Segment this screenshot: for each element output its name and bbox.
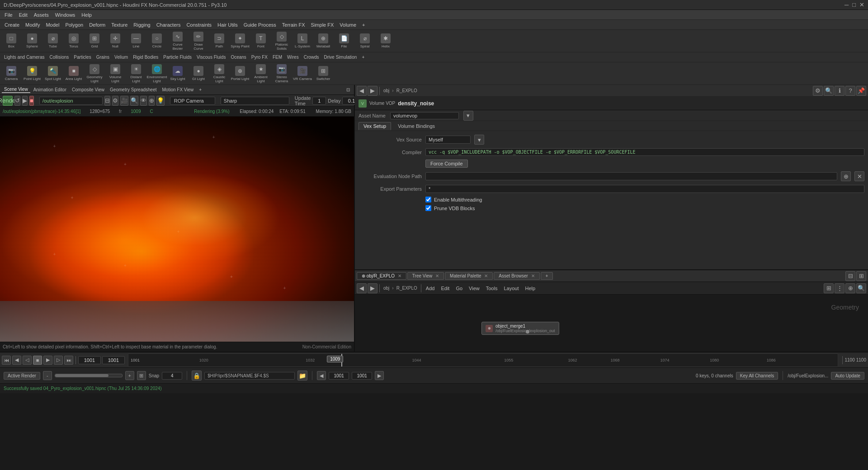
render-settings-btn[interactable]: ⚙ [112, 96, 118, 106]
prunevdb-checkbox[interactable] [425, 205, 431, 211]
render-zoom-btn[interactable]: ⊕ [149, 96, 155, 106]
frame-end-input[interactable] [78, 356, 101, 364]
tb-create[interactable]: Create [2, 22, 22, 28]
tool-pointlight[interactable]: 💡 Point Light [23, 64, 42, 84]
bc-minus-btn[interactable]: - [43, 371, 52, 380]
params-forward-btn[interactable]: ▶ [368, 86, 377, 96]
lt-more[interactable]: + [359, 54, 367, 60]
tool-sphere[interactable]: ● Sphere [23, 31, 42, 51]
stop-btn[interactable]: ■ [33, 356, 42, 365]
bc-key-btn[interactable]: ◀ [317, 371, 326, 380]
tab-more-views[interactable]: + [197, 87, 204, 93]
lt-fem[interactable]: FEM [270, 54, 284, 60]
ng-tab-close-0[interactable]: ✕ [398, 273, 401, 278]
tool-ambientlight[interactable]: ★ Ambient Light [251, 64, 270, 84]
params-help-btn[interactable]: ? [845, 86, 855, 96]
ng-tab-close-3[interactable]: ✕ [531, 273, 535, 278]
render-path-btn[interactable]: ⊟ [104, 96, 110, 106]
force-compile-btn[interactable]: Force Compile [425, 160, 468, 168]
tool-spotlight[interactable]: 🔦 Spot Light [43, 64, 62, 84]
tb-constraints[interactable]: Constraints [184, 22, 214, 28]
tool-causticlight[interactable]: ◈ Caustic Light [210, 64, 229, 84]
tab-geometry-spreadsheet[interactable]: Geometry Spreadsheet [108, 87, 159, 93]
render-btn[interactable]: Render [3, 96, 13, 106]
tool-line[interactable]: — Line [127, 31, 146, 51]
tb-hairutils[interactable]: Hair Utils [215, 22, 241, 28]
tool-platonic[interactable]: ◇ Platonic Solids [272, 31, 291, 51]
menu-assets[interactable]: Assets [31, 12, 52, 18]
tool-distantlight[interactable]: ☀ Distant Light [127, 64, 146, 84]
tool-drawcurve[interactable]: ✏ Draw Curve [189, 31, 208, 51]
render-view-btn[interactable]: 🔍 [130, 96, 138, 106]
ng-menu-help[interactable]: Help [522, 285, 538, 291]
tool-volumelight[interactable]: ▣ Volume Light [106, 64, 125, 84]
next-keyframe-btn[interactable]: ⏭ [64, 356, 73, 365]
eval-node-input[interactable] [425, 172, 837, 180]
tool-spraypaint[interactable]: ✦ Spray Paint [231, 31, 250, 51]
params-pin-btn[interactable]: 📌 [856, 86, 866, 96]
tool-circle[interactable]: ○ Circle [147, 31, 166, 51]
menu-file[interactable]: File [2, 12, 15, 18]
tb-simplefx[interactable]: Simple FX [308, 22, 337, 28]
tool-path[interactable]: ⊃ Path [210, 31, 229, 51]
ng-grid-btn[interactable]: ⋮ [835, 283, 844, 293]
tab-composite[interactable]: Composite View [70, 87, 107, 93]
tool-curvebezier[interactable]: ∿ Curve Bezier [168, 31, 187, 51]
render-stop-btn[interactable]: ■ [29, 96, 34, 106]
ng-menu-add[interactable]: Add [423, 285, 438, 291]
vex-source-input[interactable] [425, 136, 471, 144]
tool-null[interactable]: ✛ Null [106, 31, 125, 51]
window-controls[interactable]: ─ □ ✕ [844, 1, 864, 8]
ng-menu-view[interactable]: View [466, 285, 482, 291]
tool-file[interactable]: 📄 File [335, 31, 354, 51]
tb-volume[interactable]: Volume [337, 22, 359, 28]
lt-wires[interactable]: Wires [285, 54, 301, 60]
ng-breadcrumb-rexplo[interactable]: R_EXPLO [395, 286, 419, 291]
view-toggle[interactable]: ⊡ [344, 87, 352, 93]
tool-switcher[interactable]: ⊞ Switcher [314, 64, 333, 84]
play-back-btn[interactable]: ◁ [23, 356, 32, 365]
lt-grains[interactable]: Grains [94, 54, 112, 60]
frame-start-input[interactable] [102, 356, 125, 364]
tool-helix[interactable]: ✱ Helix [376, 31, 395, 51]
lt-lights-cameras[interactable]: Lights and Cameras [2, 54, 47, 60]
menu-edit[interactable]: Edit [16, 12, 30, 18]
tool-geometrylight[interactable]: ◇ Geometry Light [85, 64, 104, 84]
bc-snap-icon-btn[interactable]: ⊞ [137, 371, 146, 380]
update-time-input[interactable] [312, 97, 326, 105]
bc-frame-start[interactable] [329, 372, 349, 380]
ng-menu-edit[interactable]: Edit [438, 285, 452, 291]
lt-rigidbodies[interactable]: Rigid Bodies [131, 54, 160, 60]
render-light-btn[interactable]: 💡 [156, 96, 165, 106]
close-btn[interactable]: ✕ [859, 1, 864, 8]
tb-characters[interactable]: Characters [154, 22, 184, 28]
maximize-btn[interactable]: □ [852, 1, 856, 8]
lt-pyrofx[interactable]: Pyro FX [249, 54, 270, 60]
snap-value-input[interactable] [162, 372, 182, 380]
ng-tab-objrexplo[interactable]: ⊕ obj/R_EXPLO ✕ [357, 272, 406, 280]
params-breadcrumb-node[interactable]: R_EXPLO [395, 88, 419, 93]
asset-name-input[interactable] [390, 112, 459, 119]
ng-menu-tools[interactable]: Tools [483, 285, 500, 291]
minimize-btn[interactable]: ─ [844, 1, 849, 8]
tb-rigging[interactable]: Rigging [131, 22, 153, 28]
ng-tab-matpalette[interactable]: Material Palette ✕ [445, 272, 493, 280]
lt-crowds[interactable]: Crowds [302, 54, 321, 60]
tool-spiral[interactable]: ⌀ Spiral [355, 31, 374, 51]
tab-sceneview[interactable]: Scene View [2, 86, 30, 93]
tool-skylight[interactable]: ☁ Sky Light [168, 64, 187, 84]
lt-viscousfluids[interactable]: Viscous Fluids [194, 54, 228, 60]
timeline-ruler[interactable]: 1001 1020 1032 1044 1055 1062 1068 1074 … [128, 353, 838, 367]
tab-animation[interactable]: Animation Editor [31, 87, 69, 93]
tb-terrainfx[interactable]: Terrain FX [279, 22, 308, 28]
tool-tube[interactable]: ⌀ Tube [43, 31, 62, 51]
ng-frame-btn[interactable]: ⊕ [845, 283, 855, 293]
ship-path-input[interactable] [204, 372, 295, 380]
params-tab-volumebindings[interactable]: Volume Bindings [393, 122, 440, 130]
multithread-checkbox[interactable] [425, 197, 431, 202]
ng-tab-assetbrowser[interactable]: Asset Browser ✕ [494, 272, 539, 280]
lt-particles[interactable]: Particles [71, 54, 93, 60]
render-eye-btn[interactable]: 👁 [140, 96, 147, 106]
ng-tab-add[interactable]: + [541, 272, 553, 280]
tb-model[interactable]: Model [43, 22, 62, 28]
